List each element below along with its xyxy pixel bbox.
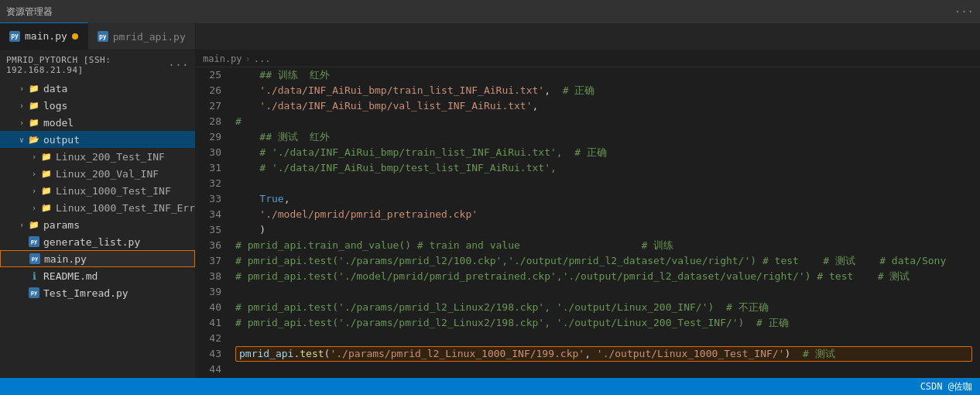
code-line-39: [235, 284, 972, 300]
py-file-icon-2: py: [29, 252, 41, 265]
sidebar-item-test-imread-label: Test_Imread.py: [43, 287, 128, 299]
code-line-29: ## 测试 红外: [235, 129, 972, 145]
code-line-26: './data/INF_AiRui_bmp/train_list_INF_AiR…: [235, 83, 972, 98]
sidebar-root-label: PMRID_PYTORCH [SSH: 192.168.21.94]: [6, 55, 168, 75]
sidebar-item-model-label: model: [43, 117, 74, 129]
code-editor[interactable]: 25 26 27 28 29 30 31 32 33 34 35 36 37 3…: [195, 67, 980, 378]
code-line-42: [235, 331, 972, 346]
code-line-35: ): [235, 222, 972, 238]
tab-pmrid-api-py[interactable]: py pmrid_api.py: [88, 22, 196, 50]
title-bar-menu[interactable]: ···: [954, 5, 974, 18]
breadcrumb: main.py › ...: [195, 50, 980, 67]
code-line-34: './model/pmrid/pmrid_pretrained.ckp': [235, 207, 972, 222]
sidebar-title: PMRID_PYTORCH [SSH: 192.168.21.94] ···: [0, 50, 195, 80]
code-line-25: ## 训练 红外: [235, 67, 972, 83]
info-file-icon: ℹ: [28, 270, 40, 282]
code-line-41: # pmrid_api.test('./params/pmrid_l2_Linu…: [235, 315, 972, 331]
chevron-right-icon: ›: [28, 187, 40, 195]
breadcrumb-context: ...: [254, 53, 271, 64]
tab-modified-dot: [72, 33, 78, 40]
tab-py-icon: py: [9, 31, 20, 42]
tab-py-icon-2: py: [98, 31, 108, 42]
chevron-right-icon: ›: [28, 153, 40, 161]
sidebar-item-main-py-label: main.py: [44, 253, 87, 265]
status-text: CSDN @佐咖: [920, 380, 972, 393]
chevron-right-icon: ›: [28, 170, 40, 178]
folder-icon: 📁: [28, 82, 40, 94]
status-bar: CSDN @佐咖: [0, 378, 980, 395]
code-line-43: pmrid_api.test('./params/pmrid_l2_Linux_…: [235, 346, 972, 362]
sidebar-item-generate-list-label: generate_list.py: [43, 236, 140, 248]
folder-icon: 📁: [40, 184, 53, 197]
sidebar-item-linux1000test-label: Linux_1000_Test_INF: [56, 185, 171, 197]
folder-icon: 📁: [28, 99, 40, 112]
sidebar-item-linux1000test[interactable]: › 📁 Linux_1000_Test_INF: [0, 182, 195, 199]
sidebar-item-readme[interactable]: ℹ README.md: [0, 267, 195, 284]
tab-pmrid-api-py-label: pmrid_api.py: [113, 31, 186, 43]
sidebar-item-data[interactable]: › 📁 data: [0, 80, 195, 97]
sidebar-item-linux1000testerror[interactable]: › 📁 Linux_1000_Test_INF_Error: [0, 199, 195, 216]
tab-main-py-label: main.py: [25, 30, 67, 42]
sidebar-item-logs[interactable]: › 📁 logs: [0, 97, 195, 114]
sidebar-item-test-imread[interactable]: py Test_Imread.py: [0, 284, 195, 301]
code-line-33: True,: [235, 191, 972, 207]
sidebar-item-generate-list[interactable]: py generate_list.py: [0, 233, 195, 250]
sidebar-item-params-label: params: [43, 219, 80, 231]
code-line-32: [235, 176, 972, 191]
sidebar-item-readme-label: README.md: [43, 270, 98, 282]
sidebar-item-linux200val[interactable]: › 📁 Linux_200_Val_INF: [0, 165, 195, 182]
main-layout: PMRID_PYTORCH [SSH: 192.168.21.94] ··· ›…: [0, 50, 980, 378]
tab-main-py[interactable]: py main.py: [0, 22, 88, 50]
line-numbers: 25 26 27 28 29 30 31 32 33 34 35 36 37 3…: [195, 67, 228, 378]
sidebar-item-output[interactable]: ∨ 📂 output: [0, 131, 195, 148]
code-line-44: [235, 362, 972, 377]
py-file-icon-3: py: [28, 287, 40, 299]
sidebar: PMRID_PYTORCH [SSH: 192.168.21.94] ··· ›…: [0, 50, 195, 378]
title-bar: 资源管理器 ···: [0, 0, 980, 23]
py-file-icon: py: [28, 235, 40, 248]
sidebar-item-linux1000testerror-label: Linux_1000_Test_INF_Error: [56, 202, 195, 214]
code-line-36: # pmrid_api.train_and_value() # train an…: [235, 238, 972, 253]
chevron-right-icon: ›: [15, 221, 28, 229]
folder-icon: 📁: [28, 116, 40, 129]
chevron-right-icon: ›: [15, 118, 28, 127]
sidebar-item-model[interactable]: › 📁 model: [0, 114, 195, 131]
sidebar-item-linux200test[interactable]: › 📁 Linux_200_Test_INF: [0, 148, 195, 165]
sidebar-item-output-label: output: [43, 134, 80, 146]
sidebar-item-main-py[interactable]: py main.py: [0, 250, 195, 267]
folder-icon: 📁: [40, 150, 53, 163]
sidebar-title-dots[interactable]: ···: [168, 59, 189, 71]
chevron-down-icon: ∨: [15, 136, 28, 144]
code-line-40: # pmrid_api.test('./params/pmrid_l2_Linu…: [235, 300, 972, 315]
sidebar-item-logs-label: logs: [43, 100, 67, 112]
code-line-38: # pmrid_api.test('./model/pmrid/pmrid_pr…: [235, 269, 972, 284]
tab-bar: py main.py py pmrid_api.py: [0, 23, 980, 50]
chevron-right-icon: ›: [15, 84, 28, 93]
folder-icon: 📁: [28, 218, 40, 231]
sidebar-item-linux200test-label: Linux_200_Test_INF: [56, 151, 165, 163]
folder-open-icon: 📂: [28, 133, 40, 146]
code-line-30: # './data/INF_AiRui_bmp/train_list_INF_A…: [235, 145, 972, 160]
code-line-37: # pmrid_api.test('./params/pmrid_l2/100.…: [235, 253, 972, 269]
title-bar-label: 资源管理器: [6, 5, 53, 19]
breadcrumb-file: main.py: [203, 53, 242, 64]
code-line-31: # './data/INF_AiRui_bmp/test_list_INF_Ai…: [235, 160, 972, 176]
chevron-right-icon: ›: [15, 101, 28, 110]
chevron-right-icon: ›: [28, 204, 40, 212]
code-line-27: './data/INF_AiRui_bmp/val_list_INF_AiRui…: [235, 98, 972, 114]
sidebar-item-params[interactable]: › 📁 params: [0, 216, 195, 233]
sidebar-item-linux200val-label: Linux_200_Val_INF: [56, 168, 159, 180]
folder-icon: 📁: [40, 201, 53, 214]
editor-area: main.py › ... 25 26 27 28 29 30 31 32 33…: [195, 50, 980, 378]
code-line-28: #: [235, 114, 972, 129]
code-content[interactable]: ## 训练 红外 './data/INF_AiRui_bmp/train_lis…: [228, 67, 980, 378]
sidebar-item-data-label: data: [43, 83, 67, 94]
folder-icon: 📁: [40, 167, 53, 180]
